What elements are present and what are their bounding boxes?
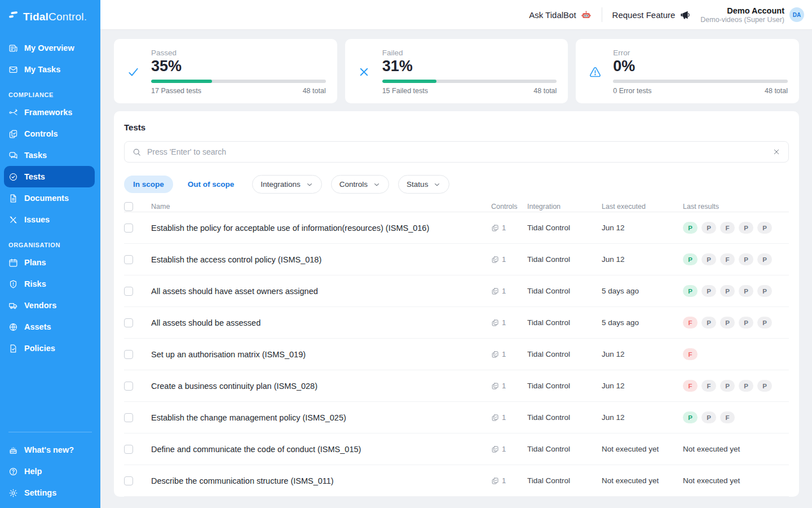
controls-count-icon xyxy=(491,414,499,422)
row-checkbox[interactable] xyxy=(124,476,133,485)
controls-count: 1 xyxy=(502,287,506,295)
sidebar-item-plans[interactable]: Plans xyxy=(0,252,100,273)
controls-count-icon xyxy=(491,351,499,358)
ask-tidalbot-button[interactable]: Ask TidalBot xyxy=(529,10,591,20)
sidebar-item-settings[interactable]: Settings xyxy=(0,482,100,503)
not-executed-text: Not executed yet xyxy=(683,445,740,453)
table-header-row: NameControlsIntegrationLast executedLast… xyxy=(124,202,789,212)
last-executed-cell: Jun 12 xyxy=(602,255,683,264)
sidebar-item-tests[interactable]: Tests xyxy=(4,166,95,187)
test-name[interactable]: Set up an authorisation matrix (ISMS_019… xyxy=(144,350,491,359)
sidebar-item-my-tasks[interactable]: My Tasks xyxy=(0,59,100,80)
stats-row: Passed35%17 Passed tests48 totalFailed31… xyxy=(114,39,799,103)
clipboard-check-icon xyxy=(8,129,18,139)
test-name[interactable]: Establish the change management policy (… xyxy=(144,413,491,422)
panel-title: Tests xyxy=(124,122,789,132)
result-badge-muted: P xyxy=(739,380,753,392)
sidebar-item-assets[interactable]: Assets xyxy=(0,316,100,338)
test-name[interactable]: Define and communicate the code of condu… xyxy=(144,445,491,454)
stat-percent: 0% xyxy=(613,58,788,75)
test-name[interactable]: All assets should be assessed xyxy=(144,318,491,327)
account-menu[interactable]: Demo Account Demo-videos (Super User) DA xyxy=(700,6,804,24)
result-badge-muted: P xyxy=(720,285,735,297)
globe-icon xyxy=(8,322,18,332)
row-checkbox[interactable] xyxy=(124,318,133,327)
stat-footer: 0 Error tests48 total xyxy=(613,87,788,95)
last-results-cell: Not executed yet xyxy=(683,476,789,485)
policy-check-icon xyxy=(8,344,18,353)
result-badge-muted: P xyxy=(757,317,772,329)
stat-label: Error xyxy=(613,49,788,57)
filter-label: Controls xyxy=(339,180,368,189)
filter-label: Status xyxy=(407,180,428,189)
sidebar-item-policies[interactable]: Policies xyxy=(0,338,100,359)
last-results-cell: PPFPP xyxy=(683,253,789,265)
request-feature-button[interactable]: Request Feature xyxy=(612,10,691,20)
result-badge-muted: P xyxy=(739,317,753,329)
result-badge-muted: P xyxy=(701,411,716,423)
sidebar-item-help[interactable]: Help xyxy=(0,461,100,482)
test-name[interactable]: Describe the communication structure (IS… xyxy=(144,476,491,485)
column-header-integration: Integration xyxy=(527,203,602,211)
controls-count-cell: 1 xyxy=(491,224,527,232)
sidebar-item-vendors[interactable]: Vendors xyxy=(0,295,100,316)
sidebar-section-compliance: COMPLIANCE xyxy=(0,80,100,102)
progress-bar xyxy=(382,80,557,83)
last-executed-cell: Jun 12 xyxy=(602,413,683,422)
avatar[interactable]: DA xyxy=(789,7,804,22)
sidebar-item-risks[interactable]: Risks xyxy=(0,273,100,295)
progress-bar-fill xyxy=(151,80,212,83)
select-all-checkbox[interactable] xyxy=(124,202,133,211)
integration-cell: Tidal Control xyxy=(527,287,602,295)
test-name[interactable]: Establish the policy for acceptable use … xyxy=(144,224,491,233)
row-checkbox[interactable] xyxy=(124,413,133,422)
result-badge-pass: P xyxy=(683,222,698,234)
sidebar-item-label: Frameworks xyxy=(24,108,72,117)
sidebar-item-tasks[interactable]: Tasks xyxy=(0,144,100,166)
filter-dropdown-status[interactable]: Status xyxy=(398,175,449,194)
seal-check-icon xyxy=(8,172,18,182)
sidebar-item-label: Issues xyxy=(24,215,50,224)
row-checkbox[interactable] xyxy=(124,255,133,264)
account-name: Demo Account xyxy=(700,6,784,15)
table-row: Establish the access control policy (ISM… xyxy=(124,244,789,275)
stat-card-error: Error0%0 Error tests48 total xyxy=(576,39,799,103)
test-name[interactable]: Establish the access control policy (ISM… xyxy=(144,255,491,264)
result-badge-muted: P xyxy=(739,253,753,265)
clear-search-icon[interactable] xyxy=(772,147,781,156)
sidebar-item-controls[interactable]: Controls xyxy=(0,123,100,144)
sidebar-item-my-overview[interactable]: My Overview xyxy=(0,37,100,59)
progress-bar xyxy=(613,80,788,83)
result-badge-muted: P xyxy=(757,222,772,234)
column-header-name: Name xyxy=(144,203,491,211)
stat-percent: 31% xyxy=(382,58,557,75)
tests-table: NameControlsIntegrationLast executedLast… xyxy=(124,202,789,497)
mail-icon xyxy=(8,65,18,75)
sidebar-item-label: Tasks xyxy=(24,151,47,160)
row-checkbox[interactable] xyxy=(124,445,133,454)
filter-out-of-scope[interactable]: Out of scope xyxy=(179,176,244,193)
sidebar-item-label: Policies xyxy=(24,344,55,353)
test-name[interactable]: Create a business continuity plan (ISMS_… xyxy=(144,382,491,391)
last-executed-cell: 5 days ago xyxy=(602,287,683,295)
filter-dropdown-controls[interactable]: Controls xyxy=(331,175,389,194)
topbar: Ask TidalBot Request Feature Demo Accoun… xyxy=(100,0,812,30)
brand-logo[interactable]: TidalControl. xyxy=(0,0,100,32)
sidebar-item-label: What's new? xyxy=(24,445,74,454)
result-badge-muted: P xyxy=(739,285,753,297)
row-checkbox[interactable] xyxy=(124,382,133,391)
last-executed-cell: Jun 12 xyxy=(602,224,683,232)
filter-in-scope[interactable]: In scope xyxy=(124,176,173,193)
search-input[interactable] xyxy=(147,147,766,156)
test-name[interactable]: All assets should have asset owners assi… xyxy=(144,287,491,296)
sidebar-item-issues[interactable]: Issues xyxy=(0,209,100,230)
sidebar-item-what-s-new[interactable]: What's new? xyxy=(0,439,100,461)
sidebar-item-documents[interactable]: Documents xyxy=(0,187,100,209)
row-checkbox[interactable] xyxy=(124,224,133,233)
sidebar-item-frameworks[interactable]: Frameworks xyxy=(0,102,100,123)
row-checkbox[interactable] xyxy=(124,350,133,359)
content: Passed35%17 Passed tests48 totalFailed31… xyxy=(100,30,812,508)
filter-dropdown-integrations[interactable]: Integrations xyxy=(252,175,322,194)
row-checkbox[interactable] xyxy=(124,287,133,296)
controls-count: 1 xyxy=(502,318,506,327)
